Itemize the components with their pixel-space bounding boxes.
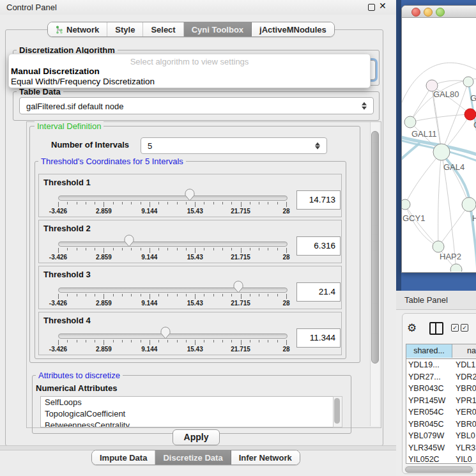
- gear-icon[interactable]: ⚙: [407, 321, 417, 335]
- network-node[interactable]: [462, 197, 476, 211]
- checkbox-checked-icon[interactable]: ✓: [461, 324, 468, 332]
- table-cell[interactable]: YPR145W: [406, 395, 452, 407]
- table-row[interactable]: YDR27...YDR2: [406, 371, 476, 383]
- table-cell[interactable]: YBL0: [452, 430, 476, 442]
- tab-discretize-data[interactable]: Discretize Data: [155, 450, 231, 464]
- network-node-label: GCY1: [403, 213, 425, 223]
- list-item[interactable]: SelfLoops: [41, 397, 333, 408]
- table-cell[interactable]: YDL1: [452, 359, 476, 371]
- network-node[interactable]: [402, 199, 410, 210]
- network-edge[interactable]: [438, 204, 469, 247]
- threshold-value-field[interactable]: 11.344: [296, 328, 341, 348]
- table-cell[interactable]: YBL079W: [406, 430, 452, 442]
- network-canvas[interactable]: GAL80GACGAL11GAL4GCY1HHAP2: [402, 18, 476, 272]
- network-edge[interactable]: [410, 114, 470, 122]
- network-edge[interactable]: [405, 152, 441, 204]
- table-cell[interactable]: YLR345W: [406, 442, 452, 454]
- control-panel-titlebar: Control Panel ✕: [0, 0, 396, 15]
- table-cell[interactable]: YDL19...: [406, 359, 452, 371]
- close-icon[interactable]: ✕: [379, 1, 387, 11]
- dropdown-option-manual[interactable]: Manual Discretization: [11, 66, 100, 76]
- tab-cyni-toolbox[interactable]: Cyni Toolbox: [184, 22, 252, 36]
- threshold-value-field[interactable]: 14.713: [296, 190, 341, 210]
- table-cell[interactable]: YER054C: [406, 406, 452, 418]
- zoom-traffic-light[interactable]: [436, 8, 445, 17]
- tab-style[interactable]: Style: [107, 22, 143, 36]
- minimize-traffic-light[interactable]: [424, 8, 433, 17]
- network-node-label: GAL11: [411, 129, 437, 139]
- slider-thumb[interactable]: [233, 280, 243, 293]
- table-cell[interactable]: YER0: [452, 406, 476, 418]
- tab-impute-data[interactable]: Impute Data: [92, 450, 155, 464]
- table-row[interactable]: YBL079WYBL0: [406, 430, 476, 442]
- attributes-scrollbar-thumb[interactable]: [334, 398, 340, 424]
- bottom-tab-bar: Impute Data Discretize Data Infer Networ…: [91, 450, 300, 465]
- network-node-label: H: [472, 213, 476, 223]
- thresholds-group-title: Threshold's Coordinates for 5 Intervals: [38, 157, 186, 166]
- settings-scrollbar-thumb[interactable]: [371, 131, 379, 364]
- network-edge[interactable]: [410, 86, 432, 122]
- threshold-value-field[interactable]: 6.316: [296, 236, 341, 256]
- table-row[interactable]: YPR145WYPR1: [406, 395, 476, 407]
- table-row[interactable]: YDL19...YDL1: [406, 359, 476, 371]
- network-edge-highlighted[interactable]: [402, 143, 420, 160]
- column-header-shared[interactable]: shared...: [406, 344, 452, 358]
- network-edge[interactable]: [438, 152, 441, 247]
- slider-thumb[interactable]: [160, 326, 171, 339]
- table-cell[interactable]: YDR2: [452, 371, 476, 383]
- number-of-intervals-label: Number of Intervals: [51, 140, 129, 150]
- tab-network[interactable]: Network: [48, 22, 107, 36]
- tick-label: 15.43: [187, 346, 203, 353]
- tab-jactivemnodules[interactable]: jActiveMNodules: [252, 22, 334, 36]
- network-edge[interactable]: [405, 204, 438, 247]
- checkbox-checked-icon[interactable]: ✓: [451, 324, 459, 332]
- network-node-label: GAL4: [443, 162, 464, 172]
- network-tree-icon: [56, 26, 63, 34]
- table-row[interactable]: YIL052CYIL0: [406, 454, 476, 464]
- table-cell[interactable]: YIL0: [452, 454, 476, 464]
- network-node-label: GA: [470, 93, 476, 103]
- tick-label: 28: [282, 208, 289, 215]
- table-row[interactable]: YBR043CYBR0: [406, 383, 476, 395]
- tick-label: 21.715: [231, 300, 250, 307]
- network-node-label: C: [473, 120, 476, 130]
- column-header-name[interactable]: na: [452, 344, 476, 358]
- table-row[interactable]: YER054CYER0: [406, 406, 476, 418]
- tab-network-label: Network: [66, 25, 99, 35]
- tick-label: 28: [282, 254, 289, 261]
- table-cell[interactable]: YBR0: [452, 418, 476, 431]
- list-item[interactable]: TopologicalCoefficient: [41, 408, 333, 420]
- network-node[interactable]: [433, 144, 450, 160]
- list-item[interactable]: BetweennessCentrality: [41, 420, 333, 427]
- interval-definition-title: Interval Definition: [35, 121, 104, 131]
- apply-button[interactable]: Apply: [173, 429, 220, 445]
- network-window-titlebar[interactable]: [402, 6, 476, 18]
- table-data-combobox[interactable]: galFiltered.sif default node: [19, 97, 374, 114]
- tab-infer-network[interactable]: Infer Network: [231, 450, 300, 464]
- table-cell[interactable]: YBR045C: [406, 418, 452, 431]
- table-row[interactable]: YBR045CYBR0: [406, 418, 476, 431]
- tab-select[interactable]: Select: [143, 22, 183, 36]
- slider-thumb[interactable]: [185, 188, 195, 201]
- network-edge[interactable]: [405, 204, 438, 247]
- threshold-value-field[interactable]: 21.4: [296, 282, 341, 302]
- table-row[interactable]: YLR345WYLR3: [406, 442, 476, 454]
- close-traffic-light[interactable]: [411, 8, 420, 17]
- dropdown-option-equal-width[interactable]: Equal Width/Frequency Discretization: [11, 77, 155, 86]
- table-cell[interactable]: YPR1: [452, 395, 476, 407]
- table-cell[interactable]: YBR0: [452, 383, 476, 395]
- network-node[interactable]: [464, 109, 476, 120]
- table-cell[interactable]: YIL052C: [406, 454, 452, 464]
- number-of-intervals-spinner[interactable]: 5: [141, 137, 327, 154]
- float-window-icon[interactable]: [368, 4, 375, 11]
- split-columns-icon[interactable]: [429, 322, 443, 335]
- table-cell[interactable]: YBR043C: [406, 383, 452, 395]
- table-cell[interactable]: YLR3: [452, 442, 476, 454]
- slider-thumb[interactable]: [124, 234, 134, 247]
- network-node[interactable]: [433, 241, 444, 252]
- network-node[interactable]: [404, 116, 416, 128]
- network-node[interactable]: [463, 77, 473, 87]
- table-cell[interactable]: YDR27...: [406, 371, 452, 383]
- table-hscrollbar-thumb[interactable]: [405, 466, 473, 473]
- tick-label: 28: [282, 300, 289, 307]
